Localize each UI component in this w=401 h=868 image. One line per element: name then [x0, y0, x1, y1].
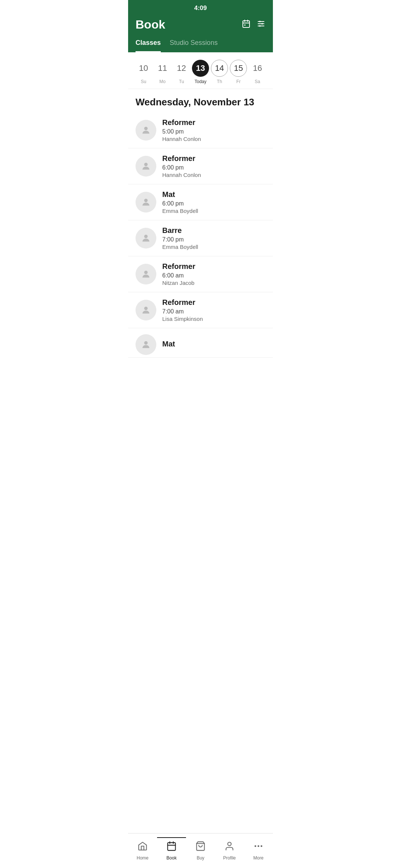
- class-time: 7:00 am: [162, 308, 265, 315]
- day-10[interactable]: 10Su: [135, 60, 152, 84]
- app-header: Book: [128, 15, 273, 37]
- class-instructor: Hannah Conlon: [162, 136, 265, 142]
- tab-bar: Classes Studio Sessions: [128, 37, 273, 52]
- page-title: Book: [136, 18, 165, 32]
- header-actions: [242, 19, 265, 30]
- list-item[interactable]: Barre7:00 pmEmma Boydell: [128, 220, 273, 256]
- class-name: Reformer: [162, 298, 265, 307]
- avatar: [136, 120, 156, 141]
- svg-rect-4: [244, 24, 245, 26]
- avatar: [136, 300, 156, 320]
- date-heading: Wednesday, November 13: [128, 89, 273, 112]
- class-time: 6:00 am: [162, 272, 265, 279]
- class-name: Reformer: [162, 118, 265, 127]
- svg-point-14: [144, 235, 147, 238]
- class-instructor: Hannah Conlon: [162, 172, 265, 178]
- svg-point-17: [144, 341, 147, 345]
- avatar: [136, 334, 156, 355]
- class-instructor: Emma Boydell: [162, 208, 265, 214]
- class-instructor: Nitzan Jacob: [162, 280, 265, 286]
- class-name: Reformer: [162, 154, 265, 163]
- svg-point-8: [259, 21, 261, 22]
- class-name: Barre: [162, 226, 265, 235]
- class-name: Mat: [162, 340, 265, 348]
- svg-point-9: [261, 23, 263, 24]
- svg-point-10: [259, 25, 261, 27]
- svg-point-12: [144, 163, 147, 166]
- class-time: 7:00 pm: [162, 236, 265, 243]
- day-11[interactable]: 11Mo: [154, 60, 171, 84]
- class-name: Mat: [162, 190, 265, 199]
- day-12[interactable]: 12Tu: [173, 60, 190, 84]
- day-15[interactable]: 15Fr: [230, 60, 247, 84]
- class-list: Reformer5:00 pmHannah ConlonReformer6:00…: [128, 112, 273, 358]
- calendar-icon[interactable]: [242, 19, 251, 30]
- class-time: 5:00 pm: [162, 128, 265, 135]
- filter-icon[interactable]: [257, 19, 265, 30]
- svg-point-16: [144, 307, 147, 310]
- day-14[interactable]: 14Th: [211, 60, 228, 84]
- avatar: [136, 156, 156, 177]
- calendar-strip: 10Su11Mo12Tu13Today14Th15Fr16Sa: [128, 52, 273, 89]
- class-time: 6:00 pm: [162, 164, 265, 171]
- list-item[interactable]: Mat6:00 pmEmma Boydell: [128, 184, 273, 220]
- class-name: Reformer: [162, 262, 265, 271]
- svg-rect-0: [243, 21, 250, 27]
- avatar: [136, 264, 156, 285]
- list-item[interactable]: Mat: [128, 328, 273, 358]
- list-item[interactable]: Reformer5:00 pmHannah Conlon: [128, 112, 273, 148]
- tab-classes[interactable]: Classes: [136, 39, 161, 52]
- avatar: [136, 228, 156, 249]
- list-item[interactable]: Reformer6:00 amNitzan Jacob: [128, 256, 273, 292]
- day-16[interactable]: 16Sa: [249, 60, 266, 84]
- svg-point-11: [144, 127, 147, 130]
- class-instructor: Emma Boydell: [162, 244, 265, 250]
- svg-point-13: [144, 199, 147, 202]
- class-instructor: Lisa Simpkinson: [162, 316, 265, 322]
- class-time: 6:00 pm: [162, 200, 265, 207]
- status-time: 4:09: [194, 4, 207, 11]
- avatar: [136, 192, 156, 213]
- tab-studio-sessions[interactable]: Studio Sessions: [170, 39, 218, 52]
- list-item[interactable]: Reformer7:00 amLisa Simpkinson: [128, 292, 273, 328]
- list-item[interactable]: Reformer6:00 pmHannah Conlon: [128, 148, 273, 184]
- day-13[interactable]: 13Today: [192, 60, 209, 84]
- svg-point-15: [144, 271, 147, 274]
